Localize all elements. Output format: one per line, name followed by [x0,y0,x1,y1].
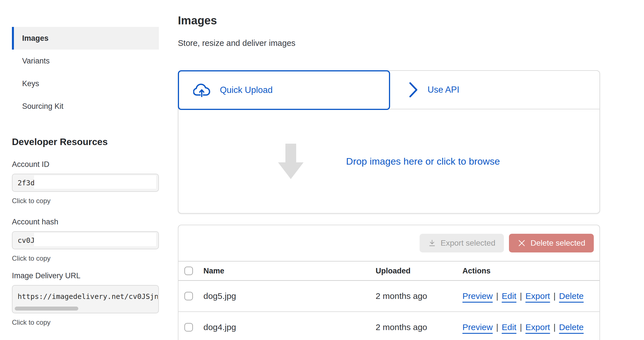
page-subtitle: Store, resize and deliver images [178,39,295,48]
dropzone-text: Drop images here or click to browse [346,156,500,167]
image-delivery-url-group: Image Delivery URL https://imagedelivery… [12,271,159,326]
actions-cell: Preview|Edit|Export|Delete [462,322,599,332]
tab-use-api[interactable]: Use API [391,71,599,109]
sidebar-item-keys[interactable]: Keys [12,72,159,95]
select-all-checkbox[interactable] [184,267,193,275]
account-id-field[interactable]: 2f3d [12,174,159,192]
sidebar-item-sourcing-kit[interactable]: Sourcing Kit [12,95,159,118]
uploaded-cell: 2 months ago [376,291,462,301]
tab-use-api-label: Use API [428,85,459,95]
export-selected-label: Export selected [441,239,495,248]
column-header-uploaded: Uploaded [376,267,462,275]
account-hash-label: Account hash [12,217,159,227]
export-link[interactable]: Export [525,322,550,332]
account-id-label: Account ID [12,160,159,169]
tab-quick-upload-label: Quick Upload [220,85,273,95]
uploaded-cell: 2 months ago [376,322,462,332]
delete-link[interactable]: Delete [559,322,584,332]
header-checkbox-cell [178,267,203,275]
table-header-row: Name Uploaded Actions [178,262,599,281]
row-checkbox-cell [178,323,203,332]
image-delivery-url-label: Image Delivery URL [12,271,159,280]
column-header-name: Name [203,267,376,275]
image-delivery-url-value: https://imagedelivery.net/cv0JSjn8 [18,292,158,301]
account-hash-value: cv0J [18,236,35,245]
table-toolbar: Export selected Delete selected [178,225,599,262]
images-table-panel: Export selected Delete selected Name Upl… [178,225,600,340]
image-delivery-url-field[interactable]: https://imagedelivery.net/cv0JSjn8 [12,285,159,313]
edit-link[interactable]: Edit [502,322,517,332]
export-link[interactable]: Export [525,291,550,301]
horizontal-scrollbar[interactable] [15,307,78,311]
account-id-value: 2f3d [18,179,35,187]
column-header-actions: Actions [462,267,599,275]
developer-resources-heading: Developer Resources [12,137,108,147]
delete-selected-label: Delete selected [531,239,585,248]
row-checkbox[interactable] [184,292,193,300]
delete-selected-button[interactable]: Delete selected [509,234,594,252]
actions-cell: Preview|Edit|Export|Delete [462,291,599,301]
account-hash-field[interactable]: cv0J [12,231,159,249]
page-title: Images [178,14,217,27]
sidebar-item-variants[interactable]: Variants [12,50,159,72]
upload-tab-row: Quick Upload Use API [178,71,599,109]
cloud-upload-icon [193,83,211,97]
redaction-overlay [34,175,156,189]
arrow-down-icon [278,144,304,179]
delete-link[interactable]: Delete [559,291,584,301]
table-row: dog5.jpg 2 months ago Preview|Edit|Expor… [178,281,599,312]
action-separator: | [496,322,498,332]
image-name-cell: dog5.jpg [203,291,376,301]
sidebar-nav: Images Variants Keys Sourcing Kit [12,27,159,118]
sidebar-item-images[interactable]: Images [12,27,159,50]
image-dropzone[interactable]: Drop images here or click to browse [178,109,599,213]
action-separator: | [553,291,556,301]
image-delivery-url-copy-hint: Click to copy [12,318,159,326]
row-checkbox-cell [178,292,203,300]
action-separator: | [520,291,522,301]
action-separator: | [496,291,498,301]
x-icon [517,239,526,247]
account-id-copy-hint: Click to copy [12,197,159,205]
preview-link[interactable]: Preview [462,291,493,301]
preview-link[interactable]: Preview [462,322,493,332]
download-icon [428,239,436,247]
row-checkbox[interactable] [184,323,193,332]
action-separator: | [553,322,556,332]
account-id-group: Account ID 2f3d Click to copy [12,160,159,205]
upload-panel: Quick Upload Use API Drop images here or… [178,70,600,214]
action-separator: | [520,322,522,332]
chevron-right-icon [409,82,418,98]
tab-quick-upload[interactable]: Quick Upload [178,70,390,110]
table-row: dog4.jpg 2 months ago Preview|Edit|Expor… [178,312,599,340]
edit-link[interactable]: Edit [502,291,517,301]
account-hash-copy-hint: Click to copy [12,254,159,262]
account-hash-group: Account hash cv0J Click to copy [12,217,159,262]
image-name-cell: dog4.jpg [203,322,376,332]
redaction-overlay [34,233,156,246]
export-selected-button[interactable]: Export selected [420,234,504,252]
